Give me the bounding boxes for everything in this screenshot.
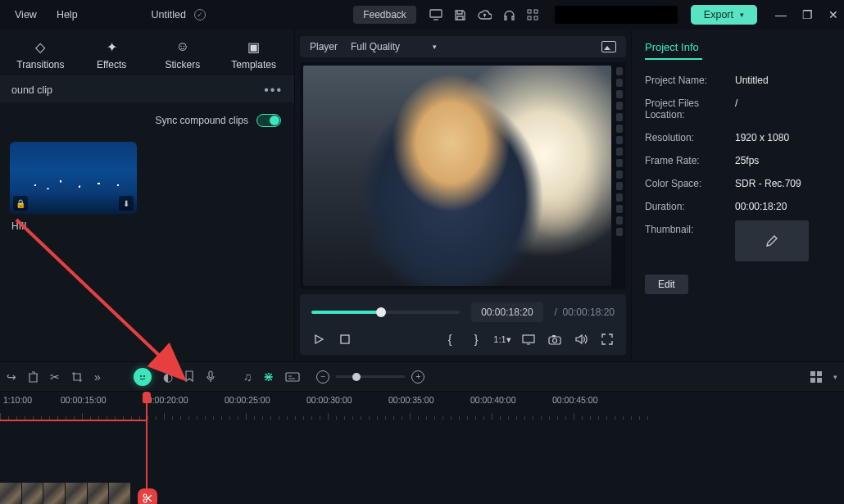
project-info-tab[interactable]: Project Info [645,41,702,60]
main-area: ◇Transitions ✦Effects ☺Stickers ▣Templat… [0,30,844,361]
svg-point-10 [553,338,557,343]
svg-rect-4 [528,16,531,20]
effects-icon: ✦ [102,38,120,56]
delete-icon[interactable] [28,370,39,383]
svg-rect-6 [341,335,349,343]
marker-icon[interactable] [184,370,194,383]
video-viewport[interactable] [300,62,626,289]
pencil-icon [765,234,778,247]
captions-icon[interactable] [285,372,300,382]
zoom-slider[interactable] [336,375,405,378]
cut-marker[interactable] [138,488,157,504]
snapshot-icon[interactable] [601,41,616,52]
lock-icon: 🔒 [13,196,28,211]
stickers-icon: ☺ [174,38,192,56]
right-panel: Project Info Project Name:Untitled Proje… [631,30,844,361]
colorspace-value: SDR - Rec.709 [735,178,801,189]
minimize-button[interactable]: — [775,8,787,21]
music-icon[interactable]: ♫ [243,370,252,384]
left-panel: ◇Transitions ✦Effects ☺Stickers ▣Templat… [0,30,295,361]
download-icon: ⬇ [119,196,134,211]
project-title: Untitled [152,9,186,20]
menu-view[interactable]: View [15,9,37,20]
display-icon[interactable] [521,332,536,347]
top-bar: View Help Untitled ✓ Feedback Export▾ — … [0,0,844,30]
thumbnail-preview[interactable] [735,220,809,261]
cloud-sync-icon: ✓ [194,9,206,20]
selection-range [0,420,146,421]
zoom-out-icon[interactable]: − [316,370,329,384]
svg-rect-14 [209,371,212,378]
framerate-value: 25fps [735,155,759,166]
project-name-value: Untitled [735,75,769,86]
auto-icon[interactable]: ⋇ [263,369,274,384]
mic-icon[interactable] [206,370,216,383]
duration-value: 00:00:18:20 [735,201,787,212]
ratio-icon[interactable]: 1:1▾ [495,332,510,347]
more-icon[interactable]: ••• [264,83,283,98]
project-location-value: / [735,98,737,120]
timeline[interactable]: 1:10:00 00:00:15:00 00:00:20:00 00:00:25… [0,391,844,504]
headphones-icon[interactable] [503,9,515,21]
media-thumbnail[interactable]: 🔒 ⬇ [10,142,137,214]
split-icon[interactable]: ✂ [50,370,60,384]
svg-rect-0 [430,10,442,17]
redo-icon[interactable]: ↪ [7,370,16,384]
mark-in-icon[interactable]: { [442,332,457,347]
color-icon[interactable]: ◐ [163,370,173,384]
menu-help[interactable]: Help [57,9,78,20]
transitions-icon: ◇ [31,38,49,56]
video-track[interactable] [0,483,131,504]
feedback-button[interactable]: Feedback [353,6,416,24]
svg-point-12 [140,375,142,377]
tab-templates[interactable]: ▣Templates [225,38,283,70]
svg-rect-11 [552,335,556,337]
crop-icon[interactable] [71,371,83,383]
maximize-button[interactable]: ❐ [801,8,813,21]
media-thumbnail-label: HIII [10,220,284,232]
fullscreen-icon[interactable] [600,332,615,347]
monitor-icon[interactable] [429,9,442,20]
chevron-down-icon: ▾ [433,43,437,51]
play-icon[interactable] [311,332,326,347]
grid-icon[interactable] [810,371,822,383]
svg-rect-2 [528,10,531,13]
chevron-down-icon: ▾ [740,11,744,19]
svg-rect-9 [549,337,560,344]
volume-icon[interactable] [574,332,588,347]
svg-rect-3 [534,10,538,13]
video-frame [303,66,611,286]
toolbar-dropdown-icon[interactable]: ▾ [833,373,837,381]
quality-select[interactable]: Full Quality▾ [351,41,437,52]
time-ruler[interactable]: 1:10:00 00:00:15:00 00:00:20:00 00:00:25… [0,392,844,420]
camera-icon[interactable] [547,332,562,347]
export-button[interactable]: Export▾ [691,5,757,25]
more-tools-icon[interactable]: » [94,370,101,384]
svg-point-13 [143,375,145,377]
svg-rect-7 [523,335,534,343]
timeline-toolbar: ↪ ✂ » ◐ ♫ ⋇ − + ▾ [0,361,844,391]
zoom-in-icon[interactable]: + [411,370,424,384]
tab-stickers[interactable]: ☺Stickers [154,38,211,70]
ai-tools-button[interactable] [134,368,152,386]
cloud-icon[interactable] [478,10,492,20]
stop-icon[interactable] [338,332,352,347]
tab-transitions[interactable]: ◇Transitions [11,38,69,70]
mark-out-icon[interactable]: } [469,332,483,347]
close-button[interactable]: ✕ [828,8,839,21]
apps-icon[interactable] [527,9,538,20]
current-time: 00:00:18:20 [471,302,542,322]
tab-effects[interactable]: ✦Effects [83,38,140,70]
filmstrip-icon [615,62,624,289]
svg-rect-5 [534,16,538,20]
player-label: Player [310,41,338,52]
sync-compound-toggle[interactable] [256,114,281,127]
edit-button[interactable]: Edit [645,275,688,294]
playhead[interactable] [146,392,147,504]
redacted-area [555,6,678,24]
save-icon[interactable] [454,9,466,21]
resolution-value: 1920 x 1080 [735,132,789,143]
sync-compound-row: Sync compound clips [0,102,294,134]
clip-header: ound clip ••• [0,74,294,102]
seek-slider[interactable] [311,311,460,314]
